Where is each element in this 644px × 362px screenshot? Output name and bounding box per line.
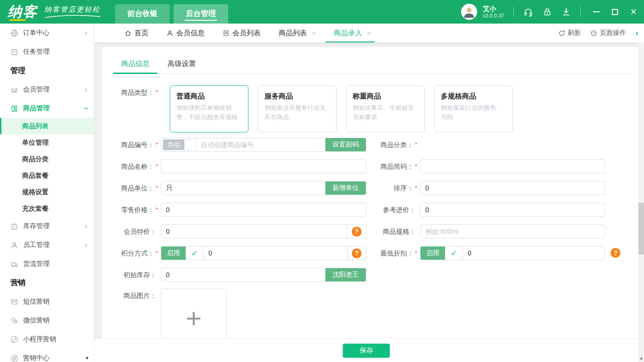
- short-code-input[interactable]: [421, 160, 604, 173]
- chevron-right-icon: ›: [85, 86, 87, 93]
- sidebar-item-logistics-management[interactable]: 货流管理: [0, 255, 94, 273]
- points-enable-button[interactable]: 启用: [161, 247, 186, 260]
- min-discount-input[interactable]: [463, 247, 604, 260]
- required-asterisk: *: [156, 89, 158, 96]
- minimize-button[interactable]: [593, 11, 600, 12]
- sidebar-item-miniprogram-marketing[interactable]: 小程序营销: [0, 330, 94, 349]
- sort-input[interactable]: [421, 181, 604, 195]
- tab-home[interactable]: 首页: [124, 24, 149, 42]
- sidebar-item-member-management[interactable]: 会员管理 ›: [0, 80, 94, 99]
- product-name-input[interactable]: [161, 160, 366, 173]
- label-text: 排序：: [394, 184, 413, 192]
- avatar-person-icon: [462, 5, 476, 19]
- sidebar-subitem-recharge-package[interactable]: 充次套餐: [0, 200, 94, 217]
- help-question-icon[interactable]: ?: [611, 248, 620, 258]
- tab-member-list[interactable]: 会员列表: [223, 24, 261, 42]
- tab-close-icon[interactable]: ×: [312, 29, 316, 37]
- chevron-right-icon: ›: [85, 222, 87, 230]
- sidebar-subitem-product-package[interactable]: 商品套餐: [0, 167, 94, 184]
- sidebar-item-marketing-center[interactable]: 营销中心: [0, 349, 94, 362]
- sidebar-item-task-management[interactable]: 任务管理: [0, 42, 94, 61]
- window-controls: ×: [593, 7, 636, 17]
- type-card-weighing-product[interactable]: 称重商品 例如水果店、生鲜超市等称重类: [346, 85, 425, 132]
- sidebar-subitem-spec-settings[interactable]: 规格设置: [0, 184, 94, 200]
- type-card-desc: 例如服装行业的颜色、尺码: [441, 103, 506, 122]
- label-text: 会员特价：: [124, 228, 157, 235]
- nav-front-cashier-button[interactable]: 前台收银: [115, 4, 170, 24]
- spec-label: 商品规格：: [340, 224, 417, 239]
- tab-product-list[interactable]: 商品列表 ×: [279, 24, 316, 42]
- lock-icon[interactable]: [543, 7, 552, 16]
- spec-input[interactable]: [421, 225, 604, 238]
- chevron-right-icon[interactable]: ›: [636, 28, 638, 38]
- type-card-desc: 例如水果店、生鲜超市等称重类: [353, 103, 418, 122]
- save-button[interactable]: 保存: [343, 344, 390, 358]
- label-text: 商品单位：: [121, 184, 154, 192]
- tab-label: 会员列表: [232, 29, 261, 38]
- points-value-input[interactable]: [204, 247, 347, 260]
- warehouse-button[interactable]: 沈阳老王: [325, 268, 366, 281]
- required-asterisk: *: [415, 249, 417, 256]
- sidebar-item-label: 微信营销: [23, 316, 50, 325]
- retail-price-input[interactable]: [161, 203, 366, 216]
- header-divider: [513, 7, 514, 17]
- member-price-input[interactable]: [161, 225, 347, 238]
- type-card-service-product[interactable]: 服务商品 例如美业等服务行业无库存商品: [258, 85, 337, 132]
- tab-member-info[interactable]: 会员信息: [166, 24, 205, 42]
- tab-product-entry[interactable]: 商品录入 ×: [334, 24, 371, 42]
- sidebar-item-inventory-management[interactable]: 库存管理 ›: [0, 217, 94, 236]
- close-button[interactable]: ×: [630, 7, 636, 17]
- required-asterisk: *: [156, 249, 158, 256]
- type-card-title: 多规格商品: [441, 92, 506, 101]
- sidebar-scroll-down-icon[interactable]: ▾: [86, 355, 89, 361]
- type-card-title: 普通商品: [176, 92, 242, 101]
- sidebar-item-product-management[interactable]: 商品管理 ›: [0, 99, 94, 118]
- sidebar-item-order-center[interactable]: 订单中心 ›: [0, 24, 94, 42]
- scrollbar-down-arrow[interactable]: ▾: [638, 356, 644, 361]
- auto-code-toggle[interactable]: 自动: [163, 139, 196, 150]
- box-icon: [10, 222, 18, 230]
- logo-area: 纳客 纳客管店更轻松: [0, 0, 101, 24]
- purchase-price-group: [420, 203, 605, 217]
- form-tabs: 商品信息 高级设置: [113, 55, 636, 74]
- product-name-label: 商品名称：*: [102, 159, 158, 173]
- sidebar-subitem-unit-management[interactable]: 单位管理: [0, 134, 94, 151]
- member-price-group: ?: [161, 224, 366, 239]
- product-code-input[interactable]: [196, 138, 325, 151]
- truck-icon: [10, 260, 18, 268]
- nav-backend-admin-button[interactable]: 后台管理: [173, 4, 228, 24]
- sidebar-item-wechat-marketing[interactable]: 微信营销: [0, 311, 94, 330]
- vertical-scrollbar[interactable]: ▾: [638, 42, 644, 362]
- sidebar-item-staff-management[interactable]: 员工管理 ›: [0, 236, 94, 255]
- plus-icon: +: [186, 302, 202, 334]
- type-card-multispec-product[interactable]: 多规格商品 例如服装行业的颜色、尺码: [434, 85, 513, 132]
- sidebar-section-management: 管理: [0, 61, 94, 80]
- product-unit-input[interactable]: [161, 181, 325, 195]
- header-divider: [580, 7, 581, 17]
- label-text: 商品名称：: [121, 163, 154, 170]
- toggle-knob: [184, 140, 196, 150]
- scrollbar-thumb[interactable]: [638, 203, 644, 255]
- tab-label: 商品列表: [279, 29, 307, 38]
- page-actions-button[interactable]: 页面操作: [590, 29, 626, 37]
- refresh-button[interactable]: 刷新: [558, 29, 581, 37]
- sidebar-item-sms-marketing[interactable]: 短信营销: [0, 292, 94, 311]
- points-check-icon[interactable]: ✓: [186, 247, 204, 260]
- maximize-button[interactable]: [612, 9, 618, 15]
- discount-enable-button[interactable]: 启用: [421, 247, 445, 260]
- required-asterisk: *: [156, 184, 158, 191]
- type-card-normal-product[interactable]: 普通商品 例如便利店单规格销售，不区分颜色等规格: [170, 85, 248, 132]
- support-headset-icon[interactable]: [523, 7, 533, 17]
- tab-close-icon[interactable]: ×: [367, 29, 371, 37]
- miniprogram-icon: [10, 336, 18, 344]
- form-tab-product-info[interactable]: 商品信息: [113, 55, 157, 74]
- discount-check-icon[interactable]: ✓: [445, 247, 463, 260]
- initial-stock-input[interactable]: [161, 268, 325, 281]
- purchase-price-input[interactable]: [421, 203, 604, 216]
- sidebar-subitem-product-category[interactable]: 商品分类: [0, 151, 94, 167]
- avatar[interactable]: [461, 4, 477, 20]
- download-icon[interactable]: [561, 7, 571, 16]
- type-card-desc: 例如便利店单规格销售，不区分颜色等规格: [176, 103, 242, 122]
- sidebar-subitem-product-list[interactable]: 商品列表: [0, 118, 94, 134]
- form-tab-advanced-settings[interactable]: 高级设置: [159, 55, 204, 74]
